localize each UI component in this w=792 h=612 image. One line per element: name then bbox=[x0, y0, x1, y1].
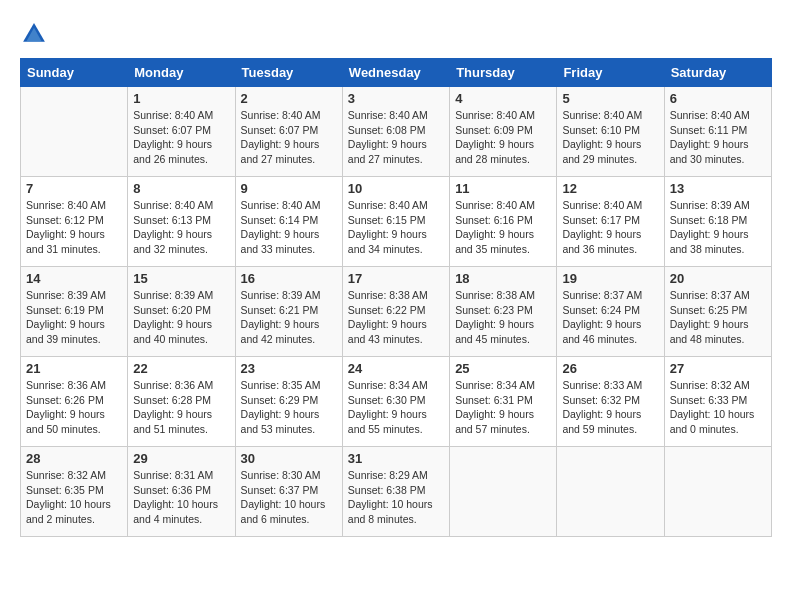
day-info: Sunrise: 8:35 AMSunset: 6:29 PMDaylight:… bbox=[241, 378, 337, 437]
week-row-3: 14 Sunrise: 8:39 AMSunset: 6:19 PMDaylig… bbox=[21, 267, 772, 357]
day-number: 9 bbox=[241, 181, 337, 196]
day-info: Sunrise: 8:40 AMSunset: 6:10 PMDaylight:… bbox=[562, 108, 658, 167]
day-info: Sunrise: 8:39 AMSunset: 6:19 PMDaylight:… bbox=[26, 288, 122, 347]
calendar-cell: 27 Sunrise: 8:32 AMSunset: 6:33 PMDaylig… bbox=[664, 357, 771, 447]
day-number: 3 bbox=[348, 91, 444, 106]
page-header bbox=[20, 20, 772, 48]
header-thursday: Thursday bbox=[450, 59, 557, 87]
header-friday: Friday bbox=[557, 59, 664, 87]
calendar-cell: 16 Sunrise: 8:39 AMSunset: 6:21 PMDaylig… bbox=[235, 267, 342, 357]
day-info: Sunrise: 8:29 AMSunset: 6:38 PMDaylight:… bbox=[348, 468, 444, 527]
day-number: 12 bbox=[562, 181, 658, 196]
day-info: Sunrise: 8:40 AMSunset: 6:07 PMDaylight:… bbox=[133, 108, 229, 167]
calendar-cell bbox=[557, 447, 664, 537]
header-monday: Monday bbox=[128, 59, 235, 87]
day-number: 2 bbox=[241, 91, 337, 106]
calendar-cell: 24 Sunrise: 8:34 AMSunset: 6:30 PMDaylig… bbox=[342, 357, 449, 447]
calendar-cell: 28 Sunrise: 8:32 AMSunset: 6:35 PMDaylig… bbox=[21, 447, 128, 537]
day-info: Sunrise: 8:40 AMSunset: 6:12 PMDaylight:… bbox=[26, 198, 122, 257]
day-info: Sunrise: 8:40 AMSunset: 6:13 PMDaylight:… bbox=[133, 198, 229, 257]
week-row-5: 28 Sunrise: 8:32 AMSunset: 6:35 PMDaylig… bbox=[21, 447, 772, 537]
calendar-cell: 10 Sunrise: 8:40 AMSunset: 6:15 PMDaylig… bbox=[342, 177, 449, 267]
day-info: Sunrise: 8:40 AMSunset: 6:17 PMDaylight:… bbox=[562, 198, 658, 257]
calendar-cell bbox=[450, 447, 557, 537]
day-info: Sunrise: 8:40 AMSunset: 6:14 PMDaylight:… bbox=[241, 198, 337, 257]
day-info: Sunrise: 8:40 AMSunset: 6:11 PMDaylight:… bbox=[670, 108, 766, 167]
calendar-cell: 2 Sunrise: 8:40 AMSunset: 6:07 PMDayligh… bbox=[235, 87, 342, 177]
day-number: 4 bbox=[455, 91, 551, 106]
day-number: 11 bbox=[455, 181, 551, 196]
day-number: 16 bbox=[241, 271, 337, 286]
day-number: 5 bbox=[562, 91, 658, 106]
day-info: Sunrise: 8:38 AMSunset: 6:23 PMDaylight:… bbox=[455, 288, 551, 347]
calendar-cell: 30 Sunrise: 8:30 AMSunset: 6:37 PMDaylig… bbox=[235, 447, 342, 537]
day-info: Sunrise: 8:33 AMSunset: 6:32 PMDaylight:… bbox=[562, 378, 658, 437]
week-row-4: 21 Sunrise: 8:36 AMSunset: 6:26 PMDaylig… bbox=[21, 357, 772, 447]
calendar-cell: 9 Sunrise: 8:40 AMSunset: 6:14 PMDayligh… bbox=[235, 177, 342, 267]
day-info: Sunrise: 8:37 AMSunset: 6:24 PMDaylight:… bbox=[562, 288, 658, 347]
header-wednesday: Wednesday bbox=[342, 59, 449, 87]
day-number: 20 bbox=[670, 271, 766, 286]
day-info: Sunrise: 8:36 AMSunset: 6:28 PMDaylight:… bbox=[133, 378, 229, 437]
day-number: 28 bbox=[26, 451, 122, 466]
calendar-cell: 8 Sunrise: 8:40 AMSunset: 6:13 PMDayligh… bbox=[128, 177, 235, 267]
week-row-2: 7 Sunrise: 8:40 AMSunset: 6:12 PMDayligh… bbox=[21, 177, 772, 267]
header-tuesday: Tuesday bbox=[235, 59, 342, 87]
week-row-1: 1 Sunrise: 8:40 AMSunset: 6:07 PMDayligh… bbox=[21, 87, 772, 177]
day-number: 14 bbox=[26, 271, 122, 286]
day-info: Sunrise: 8:40 AMSunset: 6:07 PMDaylight:… bbox=[241, 108, 337, 167]
day-number: 13 bbox=[670, 181, 766, 196]
calendar-cell: 13 Sunrise: 8:39 AMSunset: 6:18 PMDaylig… bbox=[664, 177, 771, 267]
calendar-cell: 17 Sunrise: 8:38 AMSunset: 6:22 PMDaylig… bbox=[342, 267, 449, 357]
calendar-cell: 19 Sunrise: 8:37 AMSunset: 6:24 PMDaylig… bbox=[557, 267, 664, 357]
header-sunday: Sunday bbox=[21, 59, 128, 87]
logo bbox=[20, 20, 52, 48]
day-info: Sunrise: 8:40 AMSunset: 6:15 PMDaylight:… bbox=[348, 198, 444, 257]
day-info: Sunrise: 8:34 AMSunset: 6:30 PMDaylight:… bbox=[348, 378, 444, 437]
calendar-cell: 18 Sunrise: 8:38 AMSunset: 6:23 PMDaylig… bbox=[450, 267, 557, 357]
day-info: Sunrise: 8:34 AMSunset: 6:31 PMDaylight:… bbox=[455, 378, 551, 437]
calendar-cell: 26 Sunrise: 8:33 AMSunset: 6:32 PMDaylig… bbox=[557, 357, 664, 447]
calendar-cell: 6 Sunrise: 8:40 AMSunset: 6:11 PMDayligh… bbox=[664, 87, 771, 177]
calendar-cell: 4 Sunrise: 8:40 AMSunset: 6:09 PMDayligh… bbox=[450, 87, 557, 177]
day-number: 31 bbox=[348, 451, 444, 466]
day-number: 15 bbox=[133, 271, 229, 286]
calendar-cell: 22 Sunrise: 8:36 AMSunset: 6:28 PMDaylig… bbox=[128, 357, 235, 447]
day-number: 8 bbox=[133, 181, 229, 196]
day-number: 27 bbox=[670, 361, 766, 376]
day-info: Sunrise: 8:39 AMSunset: 6:21 PMDaylight:… bbox=[241, 288, 337, 347]
day-info: Sunrise: 8:30 AMSunset: 6:37 PMDaylight:… bbox=[241, 468, 337, 527]
day-number: 22 bbox=[133, 361, 229, 376]
calendar-cell: 25 Sunrise: 8:34 AMSunset: 6:31 PMDaylig… bbox=[450, 357, 557, 447]
day-number: 10 bbox=[348, 181, 444, 196]
day-number: 19 bbox=[562, 271, 658, 286]
day-number: 26 bbox=[562, 361, 658, 376]
day-number: 30 bbox=[241, 451, 337, 466]
calendar-cell: 29 Sunrise: 8:31 AMSunset: 6:36 PMDaylig… bbox=[128, 447, 235, 537]
day-number: 18 bbox=[455, 271, 551, 286]
calendar-cell: 15 Sunrise: 8:39 AMSunset: 6:20 PMDaylig… bbox=[128, 267, 235, 357]
day-number: 21 bbox=[26, 361, 122, 376]
day-info: Sunrise: 8:39 AMSunset: 6:18 PMDaylight:… bbox=[670, 198, 766, 257]
day-number: 6 bbox=[670, 91, 766, 106]
calendar-cell: 7 Sunrise: 8:40 AMSunset: 6:12 PMDayligh… bbox=[21, 177, 128, 267]
day-info: Sunrise: 8:31 AMSunset: 6:36 PMDaylight:… bbox=[133, 468, 229, 527]
day-number: 23 bbox=[241, 361, 337, 376]
calendar-cell: 5 Sunrise: 8:40 AMSunset: 6:10 PMDayligh… bbox=[557, 87, 664, 177]
day-info: Sunrise: 8:32 AMSunset: 6:35 PMDaylight:… bbox=[26, 468, 122, 527]
day-number: 29 bbox=[133, 451, 229, 466]
calendar-table: SundayMondayTuesdayWednesdayThursdayFrid… bbox=[20, 58, 772, 537]
calendar-cell: 31 Sunrise: 8:29 AMSunset: 6:38 PMDaylig… bbox=[342, 447, 449, 537]
day-number: 24 bbox=[348, 361, 444, 376]
day-info: Sunrise: 8:40 AMSunset: 6:08 PMDaylight:… bbox=[348, 108, 444, 167]
calendar-cell: 12 Sunrise: 8:40 AMSunset: 6:17 PMDaylig… bbox=[557, 177, 664, 267]
day-info: Sunrise: 8:32 AMSunset: 6:33 PMDaylight:… bbox=[670, 378, 766, 437]
day-info: Sunrise: 8:38 AMSunset: 6:22 PMDaylight:… bbox=[348, 288, 444, 347]
calendar-cell: 21 Sunrise: 8:36 AMSunset: 6:26 PMDaylig… bbox=[21, 357, 128, 447]
calendar-cell: 20 Sunrise: 8:37 AMSunset: 6:25 PMDaylig… bbox=[664, 267, 771, 357]
calendar-cell bbox=[664, 447, 771, 537]
calendar-cell: 3 Sunrise: 8:40 AMSunset: 6:08 PMDayligh… bbox=[342, 87, 449, 177]
calendar-cell: 11 Sunrise: 8:40 AMSunset: 6:16 PMDaylig… bbox=[450, 177, 557, 267]
header-saturday: Saturday bbox=[664, 59, 771, 87]
day-number: 17 bbox=[348, 271, 444, 286]
